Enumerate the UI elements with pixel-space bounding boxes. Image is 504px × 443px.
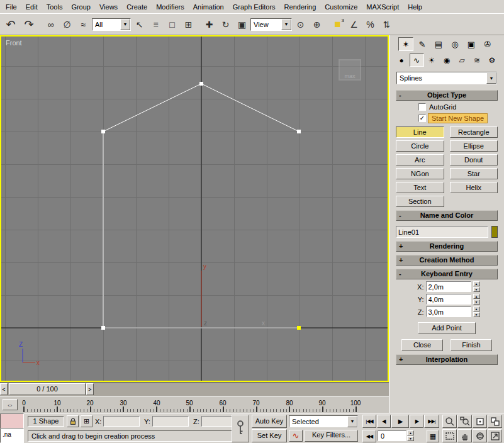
circle-button[interactable]: Circle (396, 140, 444, 152)
select-and-move-icon[interactable]: ✚ (201, 16, 217, 33)
zoom-all-icon[interactable] (457, 415, 472, 428)
previous-frame-button[interactable]: ◀| (377, 415, 391, 428)
display-tab-icon[interactable]: ▣ (464, 37, 479, 51)
maxscript-listener-line[interactable]: .na (0, 429, 24, 443)
spinner-up-icon[interactable]: ▲ (473, 306, 480, 311)
autogrid-checkbox[interactable] (418, 103, 426, 111)
section-button[interactable]: Section (396, 196, 444, 207)
track-bar[interactable]: ⇔ 0 10 20 30 40 50 60 70 80 90 100 (0, 396, 389, 413)
cameras-icon[interactable]: ◉ (440, 53, 454, 67)
go-to-end-button[interactable]: ▶▶| (424, 415, 439, 428)
zoom-region-icon[interactable] (442, 429, 457, 442)
use-pivot-point-icon[interactable]: ⊙ (293, 16, 308, 33)
auto-key-button[interactable]: Auto Key (252, 415, 287, 428)
bind-to-space-warp-icon[interactable]: ≈ (76, 16, 91, 33)
zoom-icon[interactable] (442, 415, 457, 428)
zoom-extents-icon[interactable] (473, 415, 487, 428)
menu-animation[interactable]: Animation (189, 0, 228, 13)
select-and-manipulate-icon[interactable]: ⊕ (309, 16, 325, 33)
rollout-interpolation[interactable]: + Interpolation (396, 354, 498, 365)
zoom-extents-all-icon[interactable] (488, 415, 502, 428)
time-slider-handle[interactable]: 0 / 100 (9, 383, 86, 395)
set-key-button[interactable]: Set Key (252, 429, 287, 442)
next-frame-button[interactable]: |▶ (410, 415, 423, 428)
spinner-up-icon[interactable]: ▲ (473, 294, 480, 299)
select-and-rotate-icon[interactable]: ↻ (218, 16, 233, 33)
y-input[interactable] (426, 294, 471, 305)
close-button[interactable]: Close (401, 339, 443, 351)
go-to-start-button[interactable]: |◀◀ (362, 415, 376, 428)
viewport-label[interactable]: Front (6, 39, 22, 47)
current-frame-input[interactable] (378, 430, 406, 441)
spinner-snap-icon[interactable]: ⇅ (379, 16, 395, 33)
rollout-creation-method[interactable]: + Creation Method (396, 255, 498, 266)
key-filters-button[interactable]: Key Filters... (305, 430, 358, 442)
reference-coordinate-system-dropdown[interactable]: View ▼ (250, 18, 292, 31)
set-keys-button[interactable] (232, 415, 249, 442)
space-warps-icon[interactable]: ≋ (470, 53, 484, 67)
play-button[interactable]: ▶ (391, 415, 409, 428)
start-new-shape-button[interactable]: Start New Shape (428, 113, 488, 123)
spinner-down-icon[interactable]: ▼ (407, 436, 414, 441)
star-button[interactable]: Star (450, 168, 498, 179)
menu-graph-editors[interactable]: Graph Editors (228, 0, 280, 13)
time-slider-left-arrow[interactable]: < (0, 383, 8, 395)
macro-recorder-pane[interactable] (0, 413, 24, 429)
spinner-down-icon[interactable]: ▼ (473, 312, 480, 317)
start-new-shape-checkbox[interactable]: ✓ (418, 115, 426, 122)
viewport-canvas[interactable]: y x z Z x (1, 36, 388, 381)
select-and-scale-icon[interactable]: ▣ (234, 16, 250, 33)
menu-views[interactable]: Views (95, 0, 122, 13)
coord-z-input[interactable] (201, 416, 235, 427)
motion-tab-icon[interactable]: ◎ (447, 37, 462, 51)
menu-tools[interactable]: Tools (42, 0, 67, 13)
menu-customize[interactable]: Customize (320, 0, 362, 13)
add-point-button[interactable]: Add Point (418, 322, 476, 334)
rollout-object-type[interactable]: - Object Type (396, 90, 498, 101)
rollout-rendering[interactable]: + Rendering (396, 241, 498, 252)
modify-tab-icon[interactable]: ✎ (415, 37, 430, 51)
select-and-link-icon[interactable]: ∞ (43, 16, 59, 33)
donut-button[interactable]: Donut (450, 154, 498, 165)
undo-icon[interactable]: ↶ (2, 16, 20, 33)
utilities-tab-icon[interactable]: ✇ (480, 37, 495, 51)
rollout-keyboard-entry[interactable]: - Keyboard Entry (396, 269, 498, 279)
absolute-mode-icon[interactable]: ⊞ (81, 415, 92, 427)
dropdown-arrow-icon[interactable]: ▼ (281, 19, 291, 30)
spinner-up-icon[interactable]: ▲ (407, 430, 414, 435)
pan-icon[interactable] (457, 429, 472, 442)
menu-create[interactable]: Create (122, 0, 152, 13)
coord-x-input[interactable] (103, 416, 140, 427)
ellipse-button[interactable]: Ellipse (450, 140, 498, 152)
line-button[interactable]: Line (396, 126, 444, 138)
shapes-icon[interactable]: ∿ (410, 53, 424, 67)
text-button[interactable]: Text (396, 182, 444, 193)
select-by-name-icon[interactable]: ≡ (148, 16, 164, 33)
spinner-up-icon[interactable]: ▲ (473, 281, 480, 286)
percent-snap-icon[interactable]: % (362, 16, 378, 33)
time-slider-track[interactable]: < 0 / 100 > (0, 382, 389, 396)
menu-file[interactable]: File (1, 0, 21, 13)
coord-y-input[interactable] (152, 416, 189, 427)
menu-edit[interactable]: Edit (21, 0, 42, 13)
min-max-toggle-icon[interactable] (488, 429, 502, 442)
create-tab-icon[interactable]: ✶ (398, 37, 413, 51)
helix-button[interactable]: Helix (450, 182, 498, 193)
key-filter-set-dropdown[interactable]: Selected ▼ (289, 415, 358, 427)
menu-group[interactable]: Group (67, 0, 95, 13)
arc-rotate-icon[interactable] (473, 429, 487, 442)
hierarchy-tab-icon[interactable]: ▤ (431, 37, 446, 51)
dropdown-arrow-icon[interactable]: ▼ (486, 72, 496, 84)
spinner-down-icon[interactable]: ▼ (473, 300, 480, 305)
snaps-toggle-icon[interactable]: ■3 (330, 16, 345, 33)
rollout-name-and-color[interactable]: - Name and Color (396, 210, 498, 221)
viewport-front[interactable]: y x z Z x Front max (0, 35, 389, 382)
menu-help[interactable]: Help (403, 0, 427, 13)
rectangular-selection-region-icon[interactable]: □ (164, 16, 180, 33)
rectangle-button[interactable]: Rectangle (450, 126, 498, 138)
menu-modifiers[interactable]: Modifiers (152, 0, 189, 13)
time-slider-right-arrow[interactable]: > (86, 383, 94, 395)
default-tangent-icon[interactable]: ∿ (289, 430, 303, 442)
mini-curve-editor-icon[interactable]: ⇔ (3, 399, 18, 410)
geometry-icon[interactable]: ● (395, 53, 409, 67)
